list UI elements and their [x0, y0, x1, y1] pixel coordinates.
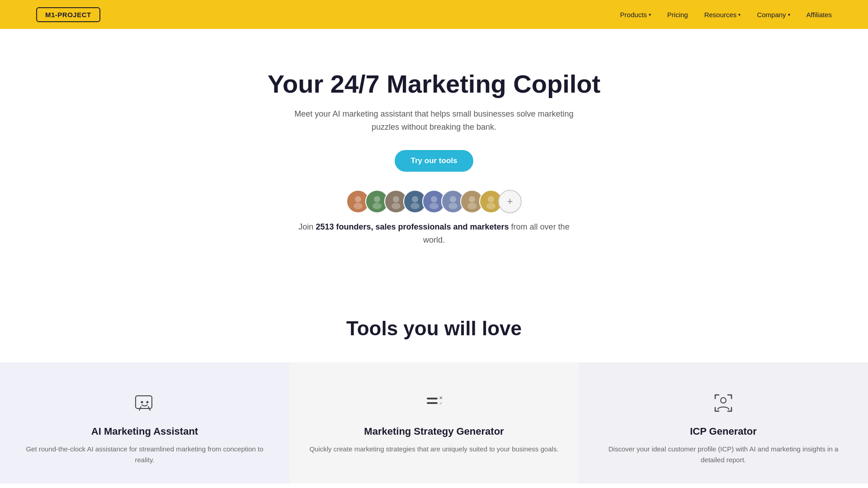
svg-point-22: [488, 196, 494, 202]
hero-section: Your 24/7 Marketing Copilot Meet your AI…: [0, 29, 868, 290]
tool-card-3-desc: Discover your ideal customer profile (IC…: [597, 444, 850, 465]
tool-card-strategy: ✕ ✓ Marketing Strategy Generator Quickly…: [289, 362, 579, 483]
svg-rect-28: [427, 402, 438, 404]
tool-card-2-title: Marketing Strategy Generator: [364, 426, 504, 437]
tool-card-2-desc: Quickly create marketing strategies that…: [309, 444, 558, 455]
navbar: M1-PROJECT Products ▾ Pricing Resources …: [0, 0, 868, 29]
join-prefix: Join: [298, 222, 316, 231]
svg-point-13: [431, 196, 437, 202]
hero-subheading: Meet your AI marketing assistant that he…: [294, 108, 574, 134]
nav-link-company[interactable]: Company ▾: [757, 11, 790, 19]
icp-icon: [710, 389, 737, 417]
svg-point-1: [355, 196, 361, 202]
nav-item-affiliates[interactable]: Affiliates: [807, 11, 832, 19]
hero-heading: Your 24/7 Marketing Copilot: [9, 70, 859, 99]
svg-point-19: [469, 196, 475, 202]
svg-point-17: [448, 203, 458, 209]
tool-card-1-title: AI Marketing Assistant: [91, 426, 198, 437]
tools-heading: Tools you will love: [0, 317, 868, 340]
avatars-row: +: [9, 190, 859, 213]
nav-link-products[interactable]: Products ▾: [620, 11, 651, 19]
join-bold: 2513 founders, sales professionals and m…: [316, 222, 509, 231]
nav-item-pricing[interactable]: Pricing: [667, 11, 688, 19]
chevron-down-icon: ▾: [649, 12, 651, 17]
tool-card-ai-assistant: AI Marketing Assistant Get round-the-clo…: [0, 362, 289, 483]
tools-section: Tools you will love AI Marketing Assista…: [0, 290, 868, 483]
logo-button[interactable]: M1-PROJECT: [36, 7, 100, 22]
svg-rect-24: [136, 396, 152, 408]
svg-point-25: [141, 401, 143, 403]
join-text: Join 2513 founders, sales professionals …: [294, 221, 574, 247]
tool-card-icp: ICP Generator Discover your ideal custom…: [579, 362, 868, 483]
svg-point-20: [467, 203, 476, 209]
svg-text:✓: ✓: [439, 401, 443, 406]
svg-point-5: [373, 203, 382, 209]
svg-point-14: [429, 203, 439, 209]
svg-point-8: [392, 203, 401, 209]
svg-point-16: [450, 196, 456, 202]
svg-text:✕: ✕: [439, 395, 443, 400]
try-tools-button[interactable]: Try our tools: [395, 150, 474, 172]
svg-point-7: [393, 196, 399, 202]
tools-grid: AI Marketing Assistant Get round-the-clo…: [0, 362, 868, 483]
avatars-plus-button[interactable]: +: [498, 190, 522, 213]
svg-point-11: [410, 203, 420, 209]
svg-point-10: [412, 196, 418, 202]
svg-rect-27: [427, 398, 438, 399]
svg-point-31: [721, 398, 726, 403]
tool-card-3-title: ICP Generator: [690, 426, 757, 437]
tool-card-1-desc: Get round-the-clock AI assistance for st…: [18, 444, 271, 465]
svg-point-4: [374, 196, 380, 202]
svg-point-23: [486, 203, 495, 209]
strategy-icon: ✕ ✓: [420, 389, 448, 417]
chevron-down-icon: ▾: [738, 12, 741, 17]
svg-point-26: [146, 401, 149, 403]
nav-links: Products ▾ Pricing Resources ▾ Company ▾…: [620, 11, 832, 19]
svg-point-2: [354, 203, 363, 209]
ai-assistant-icon: [131, 389, 158, 417]
nav-item-company[interactable]: Company ▾: [757, 11, 790, 19]
nav-link-resources[interactable]: Resources ▾: [704, 11, 741, 19]
nav-link-pricing[interactable]: Pricing: [667, 11, 688, 19]
nav-item-products[interactable]: Products ▾: [620, 11, 651, 19]
chevron-down-icon: ▾: [788, 12, 790, 17]
nav-link-affiliates[interactable]: Affiliates: [807, 11, 832, 19]
nav-item-resources[interactable]: Resources ▾: [704, 11, 741, 19]
